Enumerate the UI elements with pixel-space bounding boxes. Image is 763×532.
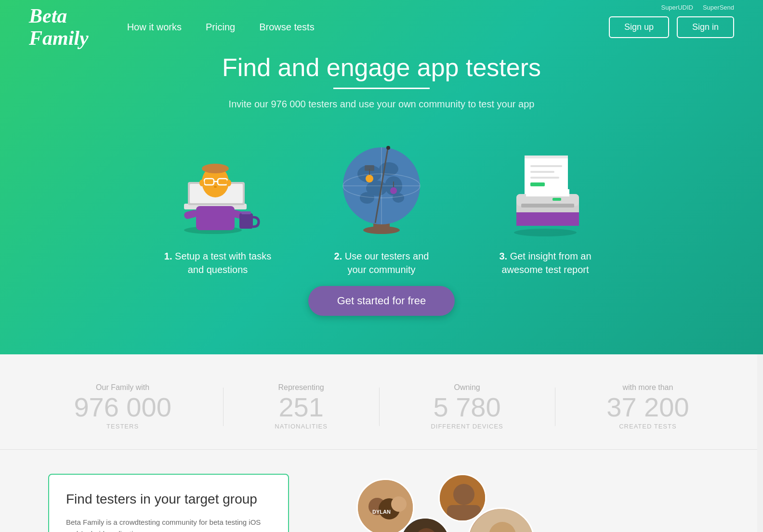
target-group-p1: Beta Family is a crowdtesting community … bbox=[66, 517, 271, 532]
svg-text:DYLAN: DYLAN bbox=[372, 509, 391, 515]
stat-nationalities-label-top: Representing bbox=[275, 383, 328, 392]
svg-rect-5 bbox=[196, 206, 235, 230]
svg-point-12 bbox=[199, 180, 204, 186]
header: SuperUDID SuperSend Beta Family How it w… bbox=[0, 0, 763, 54]
stat-testers-label-bottom: TESTERS bbox=[74, 423, 171, 430]
steps-container: 1. Setup a test with tasksand questions bbox=[155, 134, 608, 276]
hero-subtitle: Invite our 976 000 testers and use your … bbox=[229, 99, 535, 110]
stat-nationalities-label-bottom: NATIONALITIES bbox=[275, 423, 328, 430]
stat-devices-number: 5 780 bbox=[431, 394, 503, 421]
nav-browse-tests[interactable]: Browse tests bbox=[259, 22, 314, 33]
step-2-icon bbox=[329, 134, 434, 240]
step-3: 3. Get insight from anawesome test repor… bbox=[483, 134, 608, 276]
hero-underline bbox=[333, 88, 430, 89]
cta-wrapper: Get started for free bbox=[308, 286, 455, 316]
cta-button[interactable]: Get started for free bbox=[308, 286, 455, 316]
nav-pricing[interactable]: Pricing bbox=[206, 22, 235, 33]
super-udid-link[interactable]: SuperUDID bbox=[661, 4, 693, 11]
svg-rect-16 bbox=[239, 213, 253, 229]
svg-point-52 bbox=[391, 496, 407, 512]
svg-point-26 bbox=[393, 193, 404, 203]
step-2: 2. Use our testers andyour community bbox=[319, 134, 444, 276]
svg-point-13 bbox=[226, 180, 231, 186]
step-3-label: 3. Get insight from anawesome test repor… bbox=[499, 249, 591, 276]
step-1-icon bbox=[165, 134, 271, 240]
hero-title: Find and engage app testers bbox=[222, 53, 541, 82]
stats-divider-3 bbox=[555, 388, 555, 426]
target-group-card: Find testers in your target group Beta F… bbox=[48, 474, 289, 532]
stat-testers-label-top: Our Family with bbox=[74, 383, 171, 392]
step-3-icon bbox=[492, 134, 598, 240]
stats-divider-1 bbox=[223, 388, 224, 426]
stat-tests: with more than 37 200 CREATED TESTS bbox=[606, 383, 689, 430]
svg-rect-31 bbox=[365, 165, 374, 171]
logo[interactable]: Beta Family bbox=[29, 5, 89, 49]
stat-devices-label-top: Owning bbox=[431, 383, 503, 392]
svg-rect-45 bbox=[516, 212, 579, 226]
svg-point-19 bbox=[363, 226, 400, 234]
stat-nationalities: Representing 251 NATIONALITIES bbox=[275, 383, 328, 430]
top-links: SuperUDID SuperSend bbox=[661, 4, 734, 11]
avatars-area: DYLAN bbox=[318, 474, 715, 532]
svg-point-34 bbox=[386, 146, 390, 150]
stats-divider-2 bbox=[379, 388, 380, 426]
stat-testers-number: 976 000 bbox=[74, 394, 171, 421]
stat-devices-label-bottom: DIFFERENT DEVICES bbox=[431, 423, 503, 430]
bottom-section: Find testers in your target group Beta F… bbox=[0, 450, 763, 532]
svg-point-35 bbox=[514, 229, 577, 236]
svg-point-54 bbox=[453, 484, 474, 505]
avatar-1: DYLAN bbox=[356, 479, 414, 532]
svg-rect-14 bbox=[184, 209, 198, 220]
svg-point-32 bbox=[390, 187, 397, 194]
svg-rect-41 bbox=[530, 182, 545, 186]
stat-nationalities-number: 251 bbox=[275, 394, 328, 421]
stat-tests-label-bottom: CREATED TESTS bbox=[606, 423, 689, 430]
step-1-label: 1. Setup a test with tasksand questions bbox=[164, 249, 271, 276]
svg-point-30 bbox=[366, 175, 373, 182]
svg-rect-17 bbox=[241, 211, 251, 214]
svg-rect-40 bbox=[530, 177, 559, 179]
step-2-label: 2. Use our testers andyour community bbox=[334, 249, 429, 276]
signin-button[interactable]: Sign in bbox=[677, 16, 734, 38]
nav-how-it-works[interactable]: How it works bbox=[127, 22, 182, 33]
stat-tests-number: 37 200 bbox=[606, 394, 689, 421]
super-send-link[interactable]: SuperSend bbox=[703, 4, 734, 11]
svg-point-11 bbox=[214, 186, 217, 188]
stat-tests-label-top: with more than bbox=[606, 383, 689, 392]
stat-devices: Owning 5 780 DIFFERENT DEVICES bbox=[431, 383, 503, 430]
svg-rect-38 bbox=[530, 165, 562, 167]
svg-rect-39 bbox=[530, 171, 554, 173]
logo-text: Beta Family bbox=[29, 5, 89, 49]
target-group-title: Find testers in your target group bbox=[66, 492, 271, 507]
signup-button[interactable]: Sign up bbox=[609, 16, 669, 38]
stat-testers: Our Family with 976 000 TESTERS bbox=[74, 383, 171, 430]
main-nav: How it works Pricing Browse tests bbox=[127, 22, 315, 33]
header-buttons: Sign up Sign in bbox=[609, 16, 734, 38]
svg-rect-47 bbox=[526, 189, 569, 196]
svg-rect-44 bbox=[521, 204, 574, 208]
step-1: 1. Setup a test with tasksand questions bbox=[155, 134, 280, 276]
svg-point-7 bbox=[202, 164, 229, 173]
stats-section: Our Family with 976 000 TESTERS Represen… bbox=[0, 354, 763, 450]
svg-rect-46 bbox=[553, 198, 561, 201]
svg-rect-37 bbox=[525, 156, 568, 158]
